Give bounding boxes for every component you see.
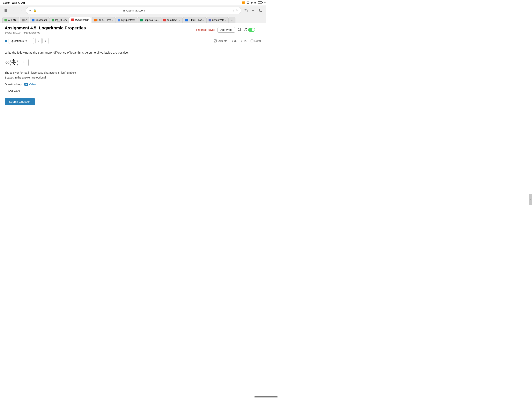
font-size-indicator: AA	[29, 9, 32, 12]
new-tab-button[interactable]: +	[250, 7, 256, 14]
answer-input[interactable]	[28, 59, 79, 66]
share-button[interactable]	[243, 7, 249, 14]
svg-rect-10	[214, 39, 216, 42]
video-icon: ▶	[24, 83, 28, 86]
video-link[interactable]: ▶ Video	[24, 83, 36, 86]
tab-wilc[interactable]: uet on Wilc...	[206, 17, 228, 23]
progress-saved: Progress saved	[196, 28, 215, 31]
svg-rect-6	[260, 9, 262, 12]
sqrt-label: √0	[244, 28, 247, 32]
tab-empirical[interactable]: Empirical Fo...	[138, 17, 161, 23]
question-status-dot	[5, 40, 7, 42]
more-options-button[interactable]: ⋯	[257, 27, 261, 32]
url-text: myopenmath.com	[38, 9, 230, 12]
log-expression: log ( 4c 5 )	[5, 59, 19, 66]
detail-section: Detail	[250, 39, 261, 42]
tab-aleks2[interactable]: A	[20, 17, 29, 23]
share-icon: ⬆	[232, 9, 234, 12]
status-bar: 11:40 Wed 4. Oct ··· 📶 🎧 54 %	[0, 0, 266, 6]
fraction-denominator: 5	[12, 63, 16, 66]
submit-question-button[interactable]: Submit Question	[5, 98, 35, 105]
tab-hw45[interactable]: HW 4.5 - Pro...	[92, 17, 115, 23]
three-dots: ···	[264, 1, 266, 4]
fraction: 4c 5	[12, 59, 16, 66]
tab-myopenmath-active[interactable]: MyOpenMath	[69, 17, 91, 23]
browser-chrome: ‹ › AA 🔒 myopenmath.com ⬆ ↻ +	[0, 6, 266, 23]
svg-point-13	[252, 40, 252, 40]
prev-question-button[interactable]: ‹	[35, 38, 42, 44]
pts-text: 0/10 pts	[217, 39, 227, 42]
tab-aleks[interactable]: ALEKS -	[2, 17, 19, 23]
video-label: Video	[29, 83, 36, 86]
tab-dashboard[interactable]: Dashboard	[30, 17, 49, 23]
redo-section: 29	[241, 39, 247, 42]
svg-rect-8	[239, 30, 240, 31]
reload-button[interactable]: ↻	[236, 9, 238, 12]
score-label: Score: 50/100	[5, 31, 20, 34]
undo-count: 30	[234, 39, 237, 42]
paren-left: (	[9, 60, 11, 65]
time: 11:40	[3, 1, 10, 4]
battery-icon	[258, 1, 263, 4]
points-badge: 0/10 pts	[214, 39, 227, 42]
next-question-button[interactable]: ›	[43, 38, 49, 44]
svg-point-9	[240, 29, 241, 30]
page-header: Assignment 4.5: Logarithmic Properties S…	[0, 23, 266, 36]
tab-email[interactable]: E-Mail – Lan...	[183, 17, 206, 23]
toggle-switch[interactable]	[248, 28, 255, 32]
equals-sign: =	[23, 60, 25, 64]
battery-percent: 54 %	[251, 1, 256, 4]
print-button[interactable]	[238, 27, 241, 32]
add-work-header-button[interactable]: Add Work	[217, 27, 235, 32]
answered-label: 5/10 answered	[24, 31, 40, 34]
redo-count: 29	[244, 39, 247, 42]
tab-myopenmath2[interactable]: MyOpenMath	[115, 17, 138, 23]
sidebar-toggle-button[interactable]	[2, 7, 9, 14]
tabs-overview-button[interactable]	[257, 7, 264, 14]
question-select[interactable]: Question 5 ▾	[9, 38, 34, 44]
fraction-numerator: 4c	[12, 59, 16, 63]
answer-format-line2: Spaces in the answer are optional.	[5, 76, 261, 80]
question-body: Write the following as the sum and/or di…	[0, 46, 266, 110]
undo-section: 30	[230, 39, 237, 42]
address-bar[interactable]: AA 🔒 myopenmath.com ⬆ ↻	[26, 7, 241, 14]
page-title: Assignment 4.5: Logarithmic Properties	[5, 26, 86, 31]
chevron-down-icon: ▾	[25, 39, 27, 42]
tab-comdirect[interactable]: comdirect -...	[161, 17, 183, 23]
headphone-icon: 🎧	[247, 1, 249, 4]
page-content: Assignment 4.5: Logarithmic Properties S…	[0, 23, 266, 110]
add-work-button[interactable]: Add Work	[5, 88, 23, 94]
help-label: Question Help:	[5, 83, 23, 86]
question-nav-bar: Question 5 ▾ ‹ › 0/10 pts 30	[0, 36, 266, 46]
question-help: Question Help: ▶ Video	[5, 83, 261, 86]
math-expression: log ( 4c 5 ) =	[5, 59, 261, 66]
detail-label: Detail	[254, 39, 261, 42]
back-button[interactable]: ‹	[10, 7, 16, 14]
svg-rect-0	[4, 9, 5, 12]
forward-button[interactable]: ›	[18, 7, 24, 14]
paren-right: )	[17, 60, 19, 65]
date: Wed 4. Oct	[12, 1, 25, 4]
tab-log[interactable]: log_{9}(42)	[50, 17, 69, 23]
answer-format-line1: The answer format in lowercase character…	[5, 71, 261, 75]
lock-icon: 🔒	[33, 9, 36, 12]
question-instruction: Write the following as the sum and/or di…	[5, 51, 261, 54]
current-question-label: Question 5	[11, 39, 24, 42]
tab-more[interactable]: -...	[228, 17, 235, 23]
log-text: log	[5, 60, 9, 64]
wifi-icon: 📶	[242, 1, 245, 4]
tabs-bar: ALEKS - A Dashboard log_{9}(42) MyOpenMa…	[0, 16, 266, 23]
sqrt-toggle[interactable]: √0	[244, 28, 255, 32]
